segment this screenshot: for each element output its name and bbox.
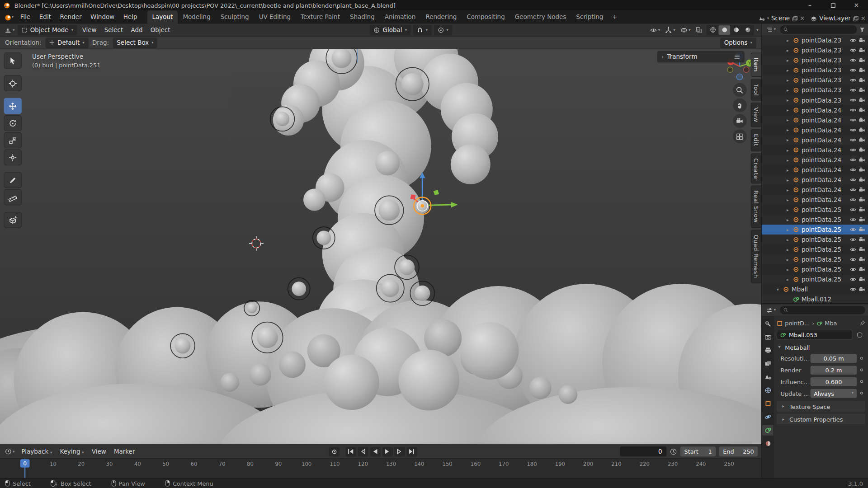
render-visibility-icon[interactable] — [859, 276, 865, 283]
tool-scale-button[interactable] — [4, 132, 22, 149]
jump-start-button[interactable] — [345, 447, 356, 456]
menu-edit[interactable]: Edit — [35, 11, 56, 23]
outliner-row-mball-012[interactable]: Mball.012 — [762, 294, 868, 303]
outliner-row-pointdata-23[interactable]: ▸pointData.23 — [762, 45, 868, 55]
hide-eye-icon[interactable] — [850, 67, 857, 74]
breadcrumb-object[interactable]: pointD... — [777, 320, 810, 327]
disclosure-closed-icon[interactable]: ▸ — [785, 177, 790, 182]
property-number-field[interactable]: 0.600 — [811, 377, 857, 386]
viewport-menu-add[interactable]: Add — [127, 26, 146, 33]
outliner-row-pointdata-23[interactable]: ▸pointData.23 — [762, 85, 868, 95]
viewport-menu-object[interactable]: Object — [146, 26, 174, 33]
current-frame-field[interactable]: 0 — [620, 446, 666, 456]
timeline-ruler[interactable]: 0102030405060708090100110120130140150160… — [0, 458, 761, 478]
disclosure-closed-icon[interactable]: ▸ — [785, 98, 790, 103]
properties-tab-output[interactable] — [762, 345, 773, 356]
render-visibility-icon[interactable] — [859, 77, 865, 84]
viewport-menu-view[interactable]: View — [78, 26, 100, 33]
disclosure-closed-icon[interactable]: ▸ — [785, 147, 790, 152]
outliner-row-pointdata-24[interactable]: ▸pointData.24 — [762, 105, 868, 115]
play-button[interactable] — [382, 447, 392, 456]
toggle-show-overlays[interactable]: ▾ — [679, 24, 692, 35]
copy-view-layer-icon[interactable] — [853, 16, 859, 21]
timeline-menu-view[interactable]: View — [88, 448, 110, 455]
hide-eye-icon[interactable] — [850, 246, 857, 253]
hide-eye-icon[interactable] — [850, 197, 857, 203]
shading-wireframe-button[interactable] — [707, 25, 719, 35]
disclosure-closed-icon[interactable]: ▸ — [785, 277, 790, 282]
render-visibility-icon[interactable] — [859, 266, 865, 273]
render-visibility-icon[interactable] — [859, 177, 865, 183]
menu-file[interactable]: File — [16, 11, 35, 23]
sidebar-tab-tool[interactable]: Tool — [750, 79, 761, 101]
properties-editor-type-button[interactable]: ▾ — [764, 305, 778, 315]
disclosure-closed-icon[interactable]: ▸ — [785, 137, 790, 142]
prev-keyframe-button[interactable] — [358, 447, 368, 456]
render-visibility-icon[interactable] — [859, 256, 865, 263]
property-dropdown-field[interactable]: Always▾ — [811, 389, 857, 398]
properties-tab-world[interactable] — [762, 385, 773, 395]
workspace-tab-shading[interactable]: Shading — [345, 10, 380, 23]
play-reverse-button[interactable] — [370, 447, 380, 456]
outliner-editor-type-button[interactable]: ▾ — [764, 24, 778, 35]
outliner-row-pointdata-25[interactable]: ▸pointData.25 — [762, 264, 868, 274]
hide-eye-icon[interactable] — [850, 97, 857, 103]
toggle-show-gizmo[interactable]: ▾ — [663, 24, 677, 35]
nav-camera-view-button[interactable] — [733, 114, 747, 128]
disclosure-closed-icon[interactable]: ▸ — [785, 38, 790, 43]
outliner-row-pointdata-24[interactable]: ▸pointData.24 — [762, 115, 868, 125]
hide-eye-icon[interactable] — [850, 256, 857, 263]
maximize-button[interactable] — [821, 0, 844, 10]
hide-eye-icon[interactable] — [850, 276, 857, 283]
disclosure-closed-icon[interactable]: ▸ — [785, 108, 790, 113]
render-visibility-icon[interactable] — [859, 127, 865, 133]
panel-menu-icon[interactable] — [734, 54, 740, 59]
properties-search-input[interactable] — [780, 306, 865, 314]
disclosure-closed-icon[interactable]: ▸ — [785, 127, 790, 132]
render-visibility-icon[interactable] — [859, 197, 865, 203]
workspace-tab-texture-paint[interactable]: Texture Paint — [296, 10, 345, 23]
disclosure-closed-icon[interactable]: ▸ — [785, 267, 790, 272]
outliner-row-pointdata-23[interactable]: ▸pointData.23 — [762, 35, 868, 45]
disclosure-closed-icon[interactable]: ▸ — [785, 247, 790, 252]
unlink-scene-icon[interactable]: × — [800, 15, 805, 22]
disclosure-closed-icon[interactable]: ▸ — [785, 227, 790, 232]
disclosure-closed-icon[interactable]: ▸ — [785, 187, 790, 192]
render-visibility-icon[interactable] — [859, 206, 865, 213]
outliner-row-pointdata-24[interactable]: ▸pointData.24 — [762, 195, 868, 205]
add-workspace-button[interactable]: + — [608, 10, 621, 23]
workspace-tab-sculpting[interactable]: Sculpting — [216, 10, 254, 23]
outliner-row-pointdata-24[interactable]: ▸pointData.24 — [762, 155, 868, 165]
animate-dot-icon[interactable] — [860, 392, 863, 394]
drag-setting-dropdown[interactable]: Select Box ▾ — [113, 38, 157, 48]
disclosure-closed-icon[interactable]: ▸ — [785, 237, 790, 242]
next-keyframe-button[interactable] — [394, 447, 405, 456]
nav-pan-button[interactable] — [733, 99, 747, 113]
render-visibility-icon[interactable] — [859, 87, 865, 94]
disclosure-closed-icon[interactable]: ▸ — [785, 157, 790, 162]
outliner-row-pointdata-24[interactable]: ▸pointData.24 — [762, 165, 868, 175]
outliner-row-mball[interactable]: ▾Mball — [762, 284, 868, 294]
sidebar-tab-edit[interactable]: Edit — [750, 129, 761, 151]
render-visibility-icon[interactable] — [859, 37, 865, 44]
toggle-object-visibility[interactable]: ▾ — [648, 24, 662, 35]
remove-view-layer-icon[interactable]: × — [861, 15, 866, 22]
outliner-row-pointdata-23[interactable]: ▸pointData.23 — [762, 55, 868, 65]
menu-render[interactable]: Render — [56, 11, 86, 23]
disclosure-closed-icon[interactable]: ▸ — [785, 78, 790, 83]
orientation-setting-dropdown[interactable]: Default ▾ — [45, 38, 88, 48]
filter-icon[interactable] — [859, 27, 865, 33]
timeline-editor-type-button[interactable]: ▾ — [3, 446, 16, 457]
outliner-row-pointdata-24[interactable]: ▸pointData.24 — [762, 135, 868, 145]
view-layer-selector[interactable]: ViewLayer × — [811, 15, 866, 22]
hide-eye-icon[interactable] — [850, 187, 857, 193]
disclosure-closed-icon[interactable]: ▸ — [785, 207, 790, 212]
properties-tab-scene[interactable] — [762, 372, 773, 382]
tool-move-button[interactable] — [4, 98, 22, 114]
render-visibility-icon[interactable] — [859, 97, 865, 103]
outliner-row-pointdata-24[interactable]: ▸pointData.24 — [762, 125, 868, 135]
end-frame-field[interactable]: End 250 — [719, 446, 758, 456]
mode-dropdown[interactable]: Object Mode ▾ — [18, 24, 77, 35]
menu-window[interactable]: Window — [86, 11, 119, 23]
hide-eye-icon[interactable] — [850, 206, 857, 213]
